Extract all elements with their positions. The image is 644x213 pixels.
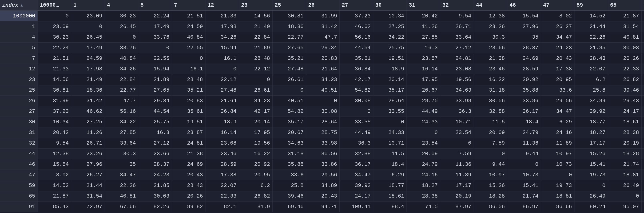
data-cell[interactable]: 30.08 [306, 106, 340, 116]
data-cell[interactable]: 20.42 [406, 10, 440, 21]
data-cell[interactable]: 21.85 [574, 42, 608, 53]
data-cell[interactable]: 20.92 [239, 159, 272, 170]
data-cell[interactable]: 21.33 [38, 64, 71, 74]
data-cell[interactable]: 86.66 [641, 170, 644, 180]
data-cell[interactable]: 28.59 [507, 64, 541, 74]
data-cell[interactable]: 24.23 [541, 42, 574, 53]
data-cell[interactable]: 22.12 [205, 74, 239, 85]
data-cell[interactable]: 0 [239, 74, 272, 85]
data-cell[interactable]: 30.23 [38, 32, 71, 42]
data-cell[interactable]: 94.71 [306, 201, 340, 212]
data-cell[interactable]: 25.75 [138, 116, 172, 127]
data-cell[interactable]: 37.23 [340, 10, 373, 21]
data-cell[interactable]: 33.6 [541, 85, 574, 95]
data-cell[interactable]: 54.82 [340, 85, 373, 95]
data-cell[interactable]: 80.24 [574, 201, 608, 212]
data-cell[interactable]: 33.98 [306, 138, 340, 148]
data-cell[interactable]: 34.89 [306, 180, 340, 191]
data-cell[interactable]: 17.38 [205, 170, 239, 180]
column-header[interactable]: 65 [608, 0, 641, 10]
data-cell[interactable]: 39.46 [272, 191, 306, 201]
data-cell[interactable]: 10.34 [373, 10, 406, 21]
data-cell[interactable]: 85.43 [641, 10, 644, 21]
data-cell[interactable]: 18.77 [373, 180, 406, 191]
data-cell[interactable]: 12.38 [38, 148, 71, 159]
data-cell[interactable]: 40.81 [608, 32, 641, 42]
data-cell[interactable]: 69.46 [641, 85, 644, 95]
data-cell[interactable]: 21.74 [507, 191, 541, 201]
data-cell[interactable]: 86.97 [641, 159, 644, 170]
row-index-cell[interactable]: 25 [0, 85, 38, 95]
data-cell[interactable]: 33.76 [104, 42, 138, 53]
data-cell[interactable]: 20.42 [38, 127, 71, 138]
data-cell[interactable]: 23.09 [38, 21, 71, 32]
data-cell[interactable]: 22.84 [239, 32, 272, 42]
row-index-cell[interactable]: 12 [0, 64, 38, 74]
data-cell[interactable]: 27.25 [71, 116, 104, 127]
data-cell[interactable]: 8.02 [541, 10, 574, 21]
data-cell[interactable]: 10.73 [541, 159, 574, 170]
data-cell[interactable]: 18.28 [608, 148, 641, 159]
data-cell[interactable]: 22.26 [574, 32, 608, 42]
data-cell[interactable]: 0 [641, 201, 644, 212]
data-cell[interactable]: 69.46 [272, 201, 306, 212]
data-cell[interactable]: 15.54 [38, 159, 71, 170]
data-cell[interactable]: 26.82 [608, 74, 641, 85]
data-cell[interactable]: 31.54 [608, 21, 641, 32]
data-cell[interactable]: 15.41 [574, 159, 608, 170]
data-cell[interactable]: 87.97 [440, 201, 474, 212]
column-header[interactable]: 32 [440, 0, 474, 10]
data-cell[interactable]: 33.86 [306, 159, 340, 170]
data-cell[interactable]: 109.41 [641, 106, 644, 116]
data-cell[interactable]: 37.23 [38, 106, 71, 116]
data-cell[interactable]: 24.81 [440, 53, 474, 64]
data-cell[interactable]: 22.07 [205, 180, 239, 191]
row-index-cell[interactable]: 26 [0, 95, 38, 106]
data-cell[interactable]: 33.55 [373, 106, 406, 116]
data-cell[interactable]: 30.08 [340, 95, 373, 106]
data-cell[interactable]: 23.09 [71, 10, 104, 21]
data-cell[interactable]: 20.95 [541, 74, 574, 85]
data-cell[interactable]: 24.23 [138, 170, 172, 180]
data-cell[interactable]: 21.64 [205, 95, 239, 106]
data-cell[interactable]: 30.23 [104, 10, 138, 21]
data-cell[interactable]: 19.51 [373, 53, 406, 64]
data-cell[interactable]: 22.33 [205, 191, 239, 201]
data-cell[interactable]: 23.46 [205, 148, 239, 159]
data-cell[interactable]: 19.56 [440, 74, 474, 85]
data-cell[interactable]: 40.81 [104, 191, 138, 201]
data-cell[interactable]: 34.22 [373, 32, 406, 42]
data-cell[interactable]: 20.95 [239, 170, 272, 180]
data-cell[interactable]: 35 [507, 32, 541, 42]
data-cell[interactable]: 88.4 [641, 116, 644, 127]
data-cell[interactable]: 86.06 [641, 148, 644, 159]
data-cell[interactable]: 31.54 [71, 191, 104, 201]
data-cell[interactable]: 24.17 [608, 106, 641, 116]
data-cell[interactable]: 10.34 [38, 116, 71, 127]
data-cell[interactable]: 28.48 [239, 53, 272, 64]
data-cell[interactable]: 28.64 [306, 116, 340, 127]
data-cell[interactable]: 10.71 [373, 138, 406, 148]
data-cell[interactable]: 44.54 [138, 106, 172, 116]
data-cell[interactable]: 39.92 [340, 180, 373, 191]
data-cell[interactable]: 24.17 [340, 191, 373, 201]
data-cell[interactable]: 18.61 [373, 191, 406, 201]
data-cell[interactable]: 9.44 [474, 159, 507, 170]
row-index-cell[interactable]: 23 [0, 74, 38, 85]
data-cell[interactable]: 40.84 [104, 53, 138, 64]
data-cell[interactable]: 20.19 [440, 191, 474, 201]
data-cell[interactable]: 88.4 [373, 201, 406, 212]
data-cell[interactable]: 21.44 [574, 21, 608, 32]
data-cell[interactable]: 22.33 [608, 64, 641, 74]
data-cell[interactable]: 44.49 [406, 106, 440, 116]
data-cell[interactable]: 16.3 [138, 127, 172, 138]
data-cell[interactable]: 0 [474, 148, 507, 159]
data-cell[interactable]: 44.54 [340, 42, 373, 53]
data-cell[interactable]: 15.26 [474, 180, 507, 191]
data-cell[interactable]: 80.24 [641, 180, 644, 191]
data-cell[interactable]: 22.24 [38, 42, 71, 53]
data-cell[interactable]: 0 [205, 64, 239, 74]
data-cell[interactable]: 24.16 [541, 127, 574, 138]
data-cell[interactable]: 26.49 [574, 191, 608, 201]
data-cell[interactable]: 9.54 [440, 10, 474, 21]
